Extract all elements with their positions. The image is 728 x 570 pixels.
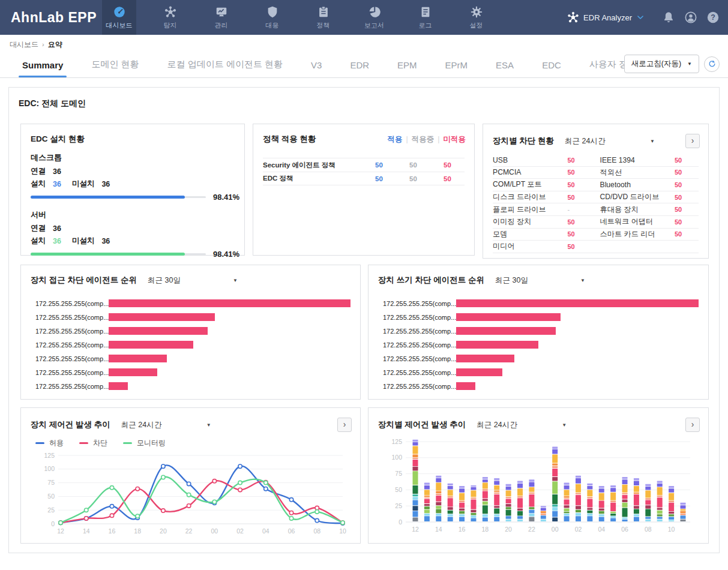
rank-bar[interactable] (109, 382, 128, 390)
rank-bar[interactable] (109, 341, 193, 349)
nav-item-response-shield[interactable]: 대응 (255, 0, 289, 35)
policy-legend-0[interactable]: 적용 (388, 134, 403, 145)
refresh-mode-dropdown[interactable]: 새로고침(자동) ▼ (624, 55, 699, 73)
device-block-count[interactable]: 50 (568, 230, 592, 238)
chart-legend: 허용차단모니터링 (35, 438, 360, 448)
period-select[interactable]: 최근 24시간 ▼ (121, 420, 211, 430)
nav-item-detection-hub[interactable]: 탐지 (153, 0, 187, 35)
card-detail-arrow-button[interactable]: › (685, 134, 700, 148)
policy-value-applied[interactable]: 50 (362, 175, 396, 182)
response-shield-icon (266, 5, 279, 19)
nav-item-settings-gear[interactable]: 설정 (459, 0, 493, 35)
rank-bar[interactable] (109, 313, 215, 321)
rank-bar[interactable] (109, 355, 167, 362)
svg-text:75: 75 (395, 470, 402, 477)
policy-legend-1[interactable]: 적용중 (412, 134, 435, 145)
edr-analyzer-menu[interactable]: EDR Analyzer (567, 11, 645, 23)
period-select[interactable]: 최근 24시간 ▼ (565, 136, 655, 146)
device-block-count[interactable]: 50 (675, 218, 699, 226)
policy-value-not_applied[interactable]: 50 (430, 161, 465, 169)
nav-item-dashboard-gauge[interactable]: 대시보드 (102, 0, 136, 35)
device-block-count[interactable]: 50 (675, 181, 699, 188)
nav-item-label: 대시보드 (106, 21, 133, 30)
svg-text:08: 08 (313, 527, 320, 535)
policy-value-applying[interactable]: 50 (396, 161, 430, 169)
tab-summary[interactable]: Summary (22, 60, 63, 77)
device-block-count[interactable]: 50 (675, 157, 699, 164)
nav-item-report-pie[interactable]: 보고서 (357, 0, 391, 35)
tab-eprm[interactable]: EPrM (445, 60, 468, 77)
help-icon[interactable]: ? (706, 11, 720, 24)
rank-bar[interactable] (456, 313, 561, 321)
svg-text:00: 00 (211, 527, 218, 535)
nav-item-log-document[interactable]: 로그 (408, 0, 442, 35)
policy-value-applied[interactable]: 50 (362, 161, 396, 169)
agent-label: 172.255.255.255(comp...) (35, 328, 109, 335)
device-block-count[interactable]: 50 (568, 169, 592, 176)
nav-item-management-monitor[interactable]: 관리 (204, 0, 238, 35)
agent-label: 172.255.255.255(comp...) (35, 341, 109, 349)
device-name: Bluetooth (600, 181, 675, 189)
legend-item-차단[interactable]: 차단 (79, 438, 107, 448)
rank-bar[interactable] (456, 299, 699, 307)
svg-text:75: 75 (47, 479, 55, 486)
legend-label: 모니터링 (137, 438, 166, 448)
device-block-count[interactable]: 50 (675, 206, 699, 213)
device-name: COM/LPT 포트 (493, 179, 568, 190)
tab-esa[interactable]: ESA (496, 60, 514, 77)
tab-epm[interactable]: EPM (397, 60, 417, 77)
device-block-count[interactable]: - (568, 206, 592, 213)
user-profile-icon[interactable] (684, 11, 697, 24)
notification-bell-icon[interactable] (662, 11, 675, 24)
rank-bar[interactable] (456, 341, 538, 349)
period-select[interactable]: 최근 24시간 ▼ (477, 420, 567, 430)
period-select[interactable]: 최근 30일 ▼ (495, 275, 585, 286)
agent-label: 172.255.255.255(comp...) (383, 383, 456, 390)
refresh-button[interactable] (704, 56, 720, 72)
tab-edc[interactable]: EDC (542, 60, 561, 77)
svg-text:25: 25 (47, 506, 55, 514)
device-row: PCMCIA50적외선50 (493, 167, 699, 179)
policy-value-not_applied[interactable]: 50 (430, 175, 465, 182)
rank-bar[interactable] (109, 299, 350, 307)
legend-item-허용[interactable]: 허용 (35, 438, 64, 448)
card-per-device-control-trend: 장치별 제어건 발생 추이 최근 24시간 ▼ › 02550751001251… (368, 407, 709, 544)
card-detail-arrow-button[interactable]: › (337, 418, 352, 432)
device-block-count[interactable]: 50 (568, 218, 592, 226)
nav-item-label: 탐지 (164, 21, 177, 30)
device-block-count[interactable]: 50 (568, 243, 592, 250)
rank-bar[interactable] (109, 327, 208, 335)
device-name: 플로피 드라이브 (493, 205, 568, 215)
device-block-count[interactable]: 50 (568, 157, 592, 164)
policy-row: EDC 정책505050 (263, 172, 465, 185)
breadcrumb-parent[interactable]: 대시보드 (10, 40, 38, 50)
agent-label: 172.255.255.255(comp...) (35, 369, 109, 376)
rank-bar[interactable] (456, 368, 502, 376)
card-detail-arrow-button[interactable]: › (685, 418, 700, 432)
tab-도메인-현황[interactable]: 도메인 현황 (91, 59, 139, 77)
device-block-count[interactable]: 50 (568, 181, 592, 188)
svg-text:22: 22 (185, 527, 193, 535)
device-block-count[interactable]: 50 (675, 230, 699, 238)
rank-bar[interactable] (456, 355, 514, 362)
legend-item-모니터링[interactable]: 모니터링 (123, 438, 166, 448)
rank-bar[interactable] (456, 382, 475, 390)
tab-로컬-업데이트-에이전트-현황[interactable]: 로컬 업데이트 에이전트 현황 (167, 59, 283, 77)
policy-legend-2[interactable]: 미적용 (444, 134, 466, 145)
install-progress: 98.41% (31, 193, 235, 202)
rank-bar[interactable] (456, 327, 556, 335)
device-block-count[interactable]: 50 (675, 194, 699, 201)
tab-edr[interactable]: EDR (350, 60, 369, 77)
nav-item-policy-clipboard[interactable]: 정책 (306, 0, 340, 35)
rank-row: 172.255.255.255(comp...) (383, 338, 699, 352)
device-block-count[interactable]: 50 (675, 169, 699, 176)
policy-value-applying[interactable]: 50 (396, 175, 430, 182)
policy-name: Security 에이전트 정책 (263, 161, 362, 170)
device-cell: PCMCIA50 (493, 168, 592, 176)
legend-label: 허용 (49, 438, 64, 448)
tab-v3[interactable]: V3 (311, 60, 322, 77)
device-block-count[interactable]: 50 (568, 194, 592, 201)
svg-text:125: 125 (391, 438, 402, 445)
rank-bar[interactable] (109, 368, 157, 376)
period-select[interactable]: 최근 30일 ▼ (148, 275, 238, 286)
